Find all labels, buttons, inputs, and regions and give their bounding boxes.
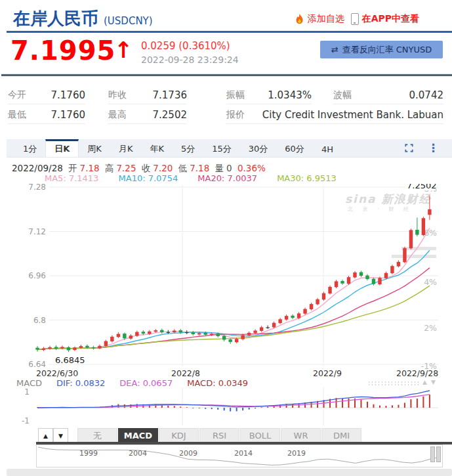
- flame-icon: [295, 14, 304, 25]
- stat-quote-source: 报价City Credit Investment Bank. Labuan: [226, 106, 443, 124]
- instrument-symbol: (USDCNY): [104, 15, 153, 27]
- reverse-rate-button[interactable]: ⇄ 查看反向汇率 CNYUSD: [320, 41, 443, 58]
- indicator-tab-MACD[interactable]: MACD: [118, 428, 158, 443]
- period-tab-月K[interactable]: 月K: [110, 139, 142, 157]
- x-axis-label: 2022/8: [171, 368, 200, 378]
- x-axis-label: 2022/9/28: [396, 368, 438, 378]
- price-up-arrow-icon: ↑: [114, 37, 133, 63]
- add-watchlist-label: 添加自选: [308, 13, 344, 25]
- instrument-name: 在岸人民币: [13, 9, 98, 28]
- period-tab-周K[interactable]: 周K: [79, 139, 110, 157]
- period-tab-4H[interactable]: 4H: [313, 139, 342, 157]
- svg-text:6.8: 6.8: [33, 316, 46, 325]
- indicator-tab-KDJ[interactable]: KDJ: [159, 428, 199, 443]
- page-title: 在岸人民币(USDCNY): [13, 7, 153, 30]
- navigator-year-label: 2009: [179, 449, 197, 458]
- svg-text:1: 1: [24, 387, 30, 397]
- ma20-value: MA20: 7.0037: [197, 173, 257, 183]
- period-tab-15分[interactable]: 15分: [203, 139, 240, 157]
- indicator-tab-bar: 无MACDKDJRSIBOLLWRDMI: [77, 428, 362, 443]
- period-tab-5分[interactable]: 5分: [173, 139, 203, 157]
- svg-text:6%: 6%: [424, 228, 437, 238]
- navigator-year-label: 2014: [234, 449, 253, 458]
- stat-amplitude: 振幅1.0343%: [226, 86, 312, 104]
- svg-text:6.64: 6.64: [28, 360, 46, 369]
- svg-text:2%: 2%: [424, 323, 437, 333]
- navigator-year-label: 1999: [79, 449, 98, 458]
- period-tab-日K[interactable]: 日K: [45, 139, 79, 157]
- svg-text:4%: 4%: [424, 277, 437, 287]
- stat-high: 最高7.2502: [108, 106, 187, 124]
- add-watchlist-link[interactable]: 添加自选: [295, 13, 344, 25]
- reverse-rate-label: 查看反向汇率 CNYUSD: [342, 44, 432, 56]
- indicator-up-button[interactable]: ▲: [38, 428, 53, 443]
- candlestick-chart[interactable]: 7.287.126.966.86.648%6%4%2%-1%7.25026.68…: [0, 184, 452, 369]
- x-axis-label: 2022/6/30: [36, 368, 78, 378]
- indicator-tab-无[interactable]: 无: [77, 428, 117, 443]
- view-in-app-label: 在APP中查看: [362, 13, 419, 25]
- stat-range: 波幅0.0742: [333, 86, 443, 104]
- more-options-icon[interactable]: ⋮: [428, 141, 439, 154]
- header-links: 添加自选 在APP中查看: [295, 13, 419, 25]
- svg-text:7.12: 7.12: [28, 227, 46, 236]
- macd-collapse-arrows[interactable]: ▲▼: [422, 379, 440, 385]
- view-in-app-link[interactable]: 在APP中查看: [351, 13, 419, 25]
- quote-timestamp: 2022-09-28 23:29:24: [141, 54, 239, 65]
- navigator-year-label: 2019: [287, 449, 306, 458]
- navigator-grip-left[interactable]: [430, 446, 435, 462]
- phone-icon: [351, 13, 359, 25]
- period-tab-1分[interactable]: 1分: [14, 139, 45, 157]
- svg-text:-1: -1: [22, 416, 30, 425]
- price-change: 0.0259 (0.3610%): [141, 40, 230, 52]
- ma5-value: MA5: 7.1413: [45, 173, 98, 183]
- usdcny-quote-page: 在岸人民币(USDCNY) 添加自选 在APP中查看 7.1995 ↑ 0.02…: [0, 0, 452, 476]
- stat-low: 最低7.1760: [8, 106, 85, 124]
- current-price: 7.1995: [10, 35, 115, 66]
- swap-icon: ⇄: [331, 45, 339, 54]
- period-tab-年K[interactable]: 年K: [141, 139, 173, 157]
- ma30-value: MA30: 6.9513: [277, 173, 337, 183]
- period-tab-60分[interactable]: 60分: [276, 139, 313, 157]
- macd-chart[interactable]: 1-1: [0, 386, 452, 427]
- indicator-tab-DMI[interactable]: DMI: [321, 428, 361, 443]
- info-date: 2022/09/28: [12, 163, 63, 173]
- period-tab-bar: 1分日K周K月K年K5分15分30分60分4H: [7, 139, 452, 158]
- svg-text:7.2502: 7.2502: [407, 184, 437, 190]
- indicator-tab-BOLL[interactable]: BOLL: [240, 428, 280, 443]
- navigator-grip-right[interactable]: [436, 446, 441, 462]
- fullscreen-icon[interactable]: [404, 143, 414, 156]
- section-divider: [1, 74, 452, 76]
- indicator-tab-WR[interactable]: WR: [281, 428, 321, 443]
- stat-prev-close: 昨收7.1736: [108, 86, 187, 104]
- x-axis-label: 2022/9: [313, 368, 342, 378]
- ma-info-line: MA5: 7.1413 MA10: 7.0754 MA20: 7.0037 MA…: [45, 173, 354, 183]
- navigator-year-label: 2004: [129, 449, 147, 458]
- header-divider: [7, 31, 452, 33]
- ma10-value: MA10: 7.0754: [119, 173, 178, 183]
- svg-text:6.6845: 6.6845: [55, 355, 85, 365]
- footer-bar: [7, 469, 452, 476]
- indicator-tab-RSI[interactable]: RSI: [199, 428, 239, 443]
- svg-text:7.28: 7.28: [28, 184, 46, 192]
- indicator-down-button[interactable]: ▼: [53, 428, 68, 443]
- period-tab-30分[interactable]: 30分: [240, 139, 277, 157]
- stat-open: 今开7.1760: [8, 86, 85, 104]
- svg-text:6.96: 6.96: [28, 271, 46, 280]
